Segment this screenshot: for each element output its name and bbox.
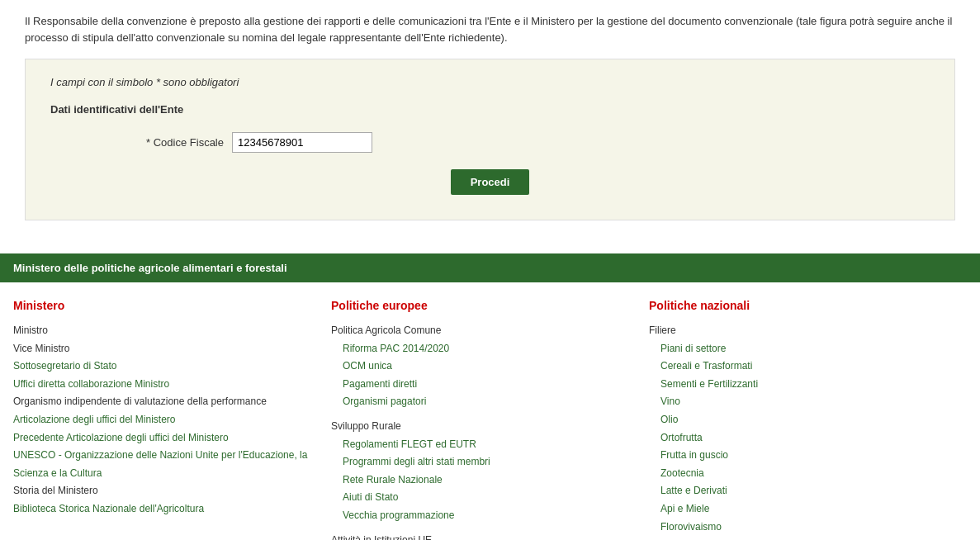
footer-link-organismo[interactable]: Organismo indipendente di valutazione de… — [13, 393, 315, 411]
footer-link-rete-rurale[interactable]: Rete Rurale Nazionale — [331, 471, 632, 490]
codice-fiscale-row: * Codice Fiscale — [50, 132, 930, 153]
intro-paragraph: Il Responsabile della convenzione è prep… — [17, 13, 963, 45]
footer-link-vino[interactable]: Vino — [649, 393, 950, 411]
footer-link-aiuti[interactable]: Aiuti di Stato — [331, 489, 632, 507]
footer-link-articolazione[interactable]: Articolazione degli uffici del Ministero — [13, 411, 315, 429]
form-actions: Procedi — [50, 169, 930, 195]
footer-link-biblioteca[interactable]: Biblioteca Storica Nazionale dell'Agrico… — [13, 500, 315, 519]
footer-link-organismi[interactable]: Organismi pagatori — [331, 393, 632, 411]
footer-link-bioenergie[interactable]: Bioenergie — [649, 536, 950, 540]
footer-link-api[interactable]: Api e Miele — [649, 500, 950, 519]
footer-link-sottosegretario[interactable]: Sottosegretario di Stato — [13, 358, 315, 376]
footer-attivita-label: Attività in Istituzioni UE — [331, 532, 632, 540]
footer-link-ortofrutta[interactable]: Ortofrutta — [649, 429, 950, 448]
footer-filiere-label: Filiere — [649, 322, 950, 340]
footer-col-ministero: Ministero Ministro Vice Ministro Sottose… — [13, 299, 331, 540]
footer-link-riforma[interactable]: Riforma PAC 2014/2020 — [331, 340, 632, 358]
footer-link-uffici[interactable]: Uffici diretta collaborazione Ministro — [13, 376, 315, 394]
footer-link-flegt[interactable]: Regolamenti FLEGT ed EUTR — [331, 436, 632, 454]
codice-fiscale-input[interactable] — [232, 132, 372, 153]
footer-col2-title: Politiche europee — [331, 299, 632, 312]
footer-link-programmi[interactable]: Programmi degli altri stati membri — [331, 453, 632, 471]
footer-link-olio[interactable]: Olio — [649, 411, 950, 429]
footer-col1-title: Ministero — [13, 299, 315, 312]
procedi-button[interactable]: Procedi — [451, 169, 530, 195]
footer-sviluppo-label: Sviluppo Rurale — [331, 418, 632, 436]
footer-link-storia[interactable]: Storia del Ministero — [13, 482, 315, 500]
footer-link-piani[interactable]: Piani di settore — [649, 340, 950, 358]
footer-col-europee: Politiche europee Politica Agricola Comu… — [331, 299, 649, 540]
footer-link-unesco[interactable]: UNESCO - Organizzazione delle Nazioni Un… — [13, 447, 315, 482]
footer-link-sementi[interactable]: Sementi e Fertilizzanti — [649, 376, 950, 394]
top-section: Il Responsabile della convenzione è prep… — [0, 0, 980, 237]
footer-header: Ministero delle politiche agricole alime… — [0, 253, 980, 282]
footer-pac-label: Politica Agricola Comune — [331, 322, 632, 340]
form-section-title: Dati identificativi dell'Ente — [50, 103, 930, 116]
footer-link-precedente[interactable]: Precedente Articolazione degli uffici de… — [13, 429, 315, 448]
footer-link-vecchia[interactable]: Vecchia programmazione — [331, 507, 632, 525]
footer-link-vice-ministro[interactable]: Vice Ministro — [13, 340, 315, 358]
codice-fiscale-label: * Codice Fiscale — [116, 136, 224, 149]
footer-link-florovivaismo[interactable]: Florovivaismo — [649, 519, 950, 537]
form-note: I campi con il simbolo * sono obbligator… — [50, 76, 930, 88]
footer-link-cereali[interactable]: Cereali e Trasformati — [649, 358, 950, 376]
footer-link-zootecnia[interactable]: Zootecnia — [649, 465, 950, 483]
footer-link-pagamenti[interactable]: Pagamenti diretti — [331, 376, 632, 394]
footer-col-nazionali: Politiche nazionali Filiere Piani di set… — [649, 299, 967, 540]
footer-link-ocm[interactable]: OCM unica — [331, 358, 632, 376]
footer-columns: Ministero Ministro Vice Ministro Sottose… — [0, 282, 980, 540]
footer-col3-title: Politiche nazionali — [649, 299, 950, 312]
footer-link-frutta[interactable]: Frutta in guscio — [649, 447, 950, 465]
form-box: I campi con il simbolo * sono obbligator… — [25, 59, 955, 220]
footer-link-ministro[interactable]: Ministro — [13, 322, 315, 340]
footer-link-latte[interactable]: Latte e Derivati — [649, 482, 950, 500]
